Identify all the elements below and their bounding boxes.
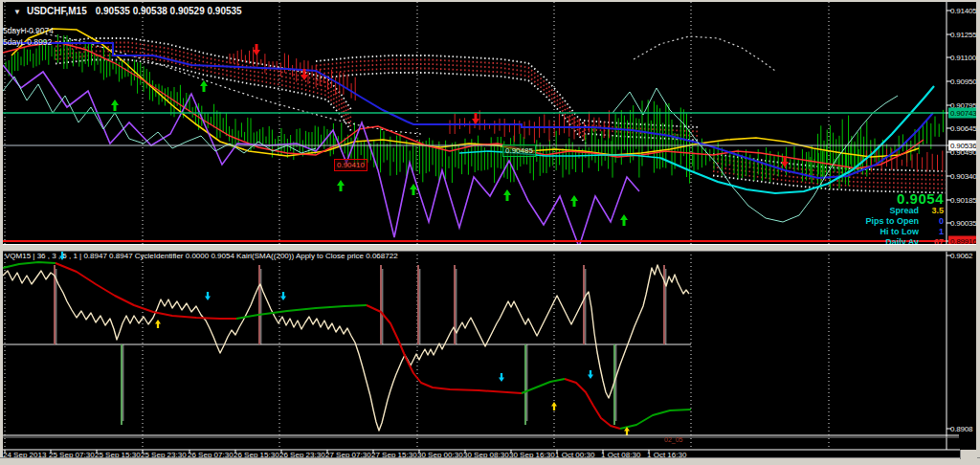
price-tag: 0.90743 (948, 108, 977, 119)
price-axis-label: 0.90185 (950, 196, 977, 205)
price-axis-label: 0.90035 (950, 219, 977, 228)
window-border-bottom (0, 457, 980, 465)
subwindow-axis-label: 0.9062 (950, 252, 972, 260)
chart-price-tag: 0.90485 (502, 144, 536, 157)
info-row-label: Pips to Open (865, 216, 919, 227)
price-axis-label: 0.90645 (950, 124, 977, 133)
window-border-top (0, 0, 980, 2)
price-axis-label: 0.90340 (950, 172, 977, 181)
fiveday-high-label: 5dayH 0.9074 (3, 25, 54, 36)
symbol-period-label: USDCHF,M15 (27, 6, 87, 16)
window-border-right (976, 0, 980, 465)
subwindow-header: VQM15 | 36 , 3 , 5 , 1 | 0.8947 0.8947 C… (5, 252, 398, 260)
info-panel: 0.9054 Spread 3.5 Pips to Open 0 Hi to L… (865, 191, 944, 248)
chart-title: ▼USDCHF,M150.90535 0.90538 0.90529 0.905… (13, 6, 242, 16)
chart-price-tag: 0.90410 (334, 159, 368, 171)
subwindow-axis-label: 0.8908 (950, 425, 972, 433)
window-border-left (0, 0, 3, 465)
price-axis-label: 0.90950 (950, 78, 977, 86)
price-tag: 0.90536 (948, 141, 977, 151)
subwindow-splitter[interactable] (3, 244, 976, 252)
price-axis[interactable]: 0.914050.912550.911000.909500.907950.906… (947, 0, 976, 457)
chart-canvas[interactable] (0, 0, 980, 465)
mt4-chart-window: ▼USDCHF,M150.90535 0.90538 0.90529 0.905… (0, 0, 980, 465)
oneclick-collapse-icon[interactable]: ▼ (13, 8, 21, 16)
info-row: Pips to Open 0 (865, 216, 944, 227)
scrollbar-corner (960, 450, 977, 459)
price-axis-label: 0.91100 (950, 54, 976, 62)
info-row-label: Spread (889, 206, 919, 216)
info-row-label: Hi to Low (880, 227, 920, 237)
current-price: 0.9054 (865, 191, 944, 206)
fiveday-low-label: 5dayL 0.8992 (3, 36, 54, 48)
price-axis-label: 0.91405 (950, 7, 977, 15)
fiveday-overlay: 5dayH 0.9074 5dayL 0.8992 (3, 25, 54, 48)
indicator-footnote: 02_05 (664, 436, 682, 443)
info-row: Spread 3.5 (865, 206, 944, 216)
ohlc-values: 0.90535 0.90538 0.90529 0.90535 (96, 6, 242, 16)
info-row: Hi to Low 1 (865, 227, 944, 237)
info-row-value: 0 (919, 216, 944, 227)
info-row-value: 3.5 (919, 206, 944, 216)
info-row-value: 1 (919, 227, 944, 237)
price-axis-label: 0.91255 (950, 31, 977, 39)
